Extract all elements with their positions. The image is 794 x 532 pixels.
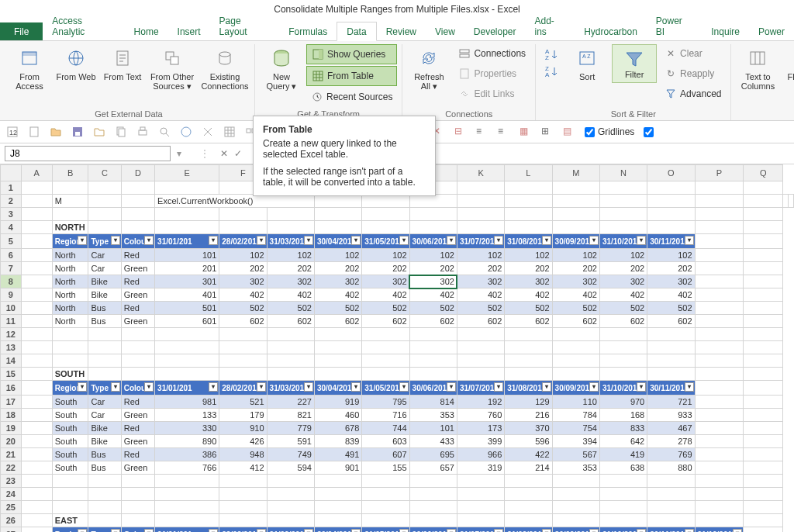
table-cell[interactable]: 919 — [314, 396, 361, 409]
flash-fill-button[interactable]: Flash Fill — [782, 44, 794, 85]
table-cell[interactable]: 502 — [457, 302, 504, 315]
table-cell[interactable]: 784 — [552, 409, 599, 422]
table-cell[interactable]: Car — [88, 396, 121, 409]
gridlines-checkbox[interactable]: Gridlines — [585, 126, 634, 137]
tab-access-analytic[interactable]: Access Analytic — [43, 12, 124, 40]
table-cell[interactable]: South — [52, 409, 88, 422]
table-cell[interactable]: South — [52, 396, 88, 409]
table-cell[interactable]: 602 — [457, 315, 504, 328]
table-cell[interactable]: 602 — [314, 315, 361, 328]
table-cell[interactable]: 202 — [457, 262, 504, 275]
table-cell[interactable]: 412 — [219, 461, 267, 475]
table-cell[interactable]: Red — [121, 422, 154, 435]
table-cell[interactable]: 173 — [457, 422, 504, 435]
align-center-icon[interactable]: ≡ — [498, 126, 510, 138]
cancel-icon[interactable]: ✕ — [220, 148, 228, 159]
table-cell[interactable]: 129 — [505, 396, 552, 409]
table-cell[interactable]: 678 — [314, 422, 361, 435]
table-column-header[interactable]: 31/01/201▾ — [155, 381, 219, 396]
table-cell[interactable]: North — [52, 315, 88, 328]
column-header[interactable]: M — [552, 165, 599, 181]
table-cell[interactable]: 101 — [409, 422, 457, 435]
save-icon[interactable] — [71, 126, 84, 138]
table-column-header[interactable]: 31/10/201▾ — [599, 381, 647, 396]
table-cell[interactable]: 102 — [647, 249, 695, 262]
table-cell[interactable]: 419 — [599, 448, 647, 461]
table-cell[interactable]: Bike — [88, 275, 121, 288]
table-column-header[interactable]: 31/01/201▾ — [155, 527, 219, 533]
tab-data[interactable]: Data — [337, 22, 376, 41]
print-icon[interactable] — [136, 126, 149, 138]
table-column-header[interactable]: 28/02/201▾ — [219, 527, 267, 533]
table-cell[interactable]: South — [52, 461, 88, 475]
properties-button[interactable]: Properties — [454, 64, 530, 83]
globe-icon[interactable] — [180, 126, 192, 138]
table-cell[interactable]: 970 — [599, 396, 647, 409]
refresh-all-button[interactable]: Refresh All ▾ — [407, 44, 451, 94]
tab-file[interactable]: File — [0, 22, 43, 40]
table-cell[interactable]: 402 — [552, 288, 599, 302]
table-cell[interactable]: Bus — [88, 315, 121, 328]
table-cell[interactable]: North — [52, 288, 88, 302]
form-icon[interactable]: ▤ — [563, 126, 575, 138]
table-cell[interactable]: 102 — [599, 249, 647, 262]
table-column-header[interactable]: 30/09/201▾ — [552, 234, 599, 249]
from-access-button[interactable]: From Access — [8, 44, 51, 94]
table-cell[interactable]: 502 — [219, 302, 267, 315]
table-cell[interactable]: 502 — [362, 302, 409, 315]
tab-home[interactable]: Home — [125, 22, 168, 40]
table-cell[interactable]: 101 — [155, 249, 219, 262]
table-cell[interactable]: 102 — [314, 249, 361, 262]
table-cell[interactable]: 102 — [457, 249, 504, 262]
table-cell[interactable]: 501 — [155, 302, 219, 315]
table-cell[interactable]: 216 — [505, 409, 552, 422]
table-cell[interactable]: Green — [121, 409, 154, 422]
connections-button[interactable]: Connections — [454, 44, 530, 63]
table-cell[interactable]: 769 — [647, 448, 695, 461]
table-column-header[interactable]: 31/05/201▾ — [362, 234, 409, 249]
table-cell[interactable]: South — [52, 435, 88, 448]
table-cell[interactable]: Car — [88, 409, 121, 422]
table-cell[interactable]: 602 — [267, 315, 314, 328]
table-cell[interactable]: 201 — [155, 262, 219, 275]
table-cell[interactable]: 202 — [409, 262, 457, 275]
table-cell[interactable]: North — [52, 262, 88, 275]
table-column-header[interactable]: 30/09/201▾ — [552, 527, 599, 533]
table-cell[interactable]: Car — [88, 262, 121, 275]
table-cell[interactable]: 602 — [647, 315, 695, 328]
table-cell[interactable]: Bus — [88, 448, 121, 461]
advanced-filter-button[interactable]: Advanced — [660, 85, 726, 103]
table-cell[interactable]: North — [52, 275, 88, 288]
table-cell[interactable]: 966 — [457, 448, 504, 461]
tab-inquire[interactable]: Inquire — [702, 22, 749, 40]
table-cell[interactable]: 168 — [599, 409, 647, 422]
open-folder-icon[interactable] — [50, 126, 62, 138]
sort-za-icon[interactable]: ZA — [544, 64, 559, 80]
from-web-button[interactable]: From Web — [54, 44, 98, 85]
table-cell[interactable]: 302 — [552, 275, 599, 288]
table-cell[interactable]: 744 — [362, 422, 409, 435]
table-cell[interactable]: 502 — [505, 302, 552, 315]
column-header[interactable]: P — [695, 165, 744, 181]
table-cell[interactable]: 402 — [599, 288, 647, 302]
text-to-columns-button[interactable]: Text to Columns — [736, 44, 779, 94]
table-cell[interactable]: North — [52, 249, 88, 262]
table-column-header[interactable]: 31/12/2015▾ — [695, 527, 744, 533]
table-cell[interactable]: Green — [121, 461, 154, 475]
table-cell[interactable]: 302 — [457, 275, 504, 288]
zoom-icon[interactable] — [158, 126, 171, 138]
table-cell[interactable]: Red — [121, 275, 154, 288]
sort-az-icon[interactable]: AZ — [544, 47, 559, 63]
table-cell[interactable]: 278 — [647, 435, 695, 448]
table-column-header[interactable]: Type▾ — [88, 527, 121, 533]
edit-links-button[interactable]: Edit Links — [454, 85, 530, 103]
table-cell[interactable]: 402 — [362, 288, 409, 302]
table-cell[interactable]: Green — [121, 315, 154, 328]
table-cell[interactable]: 591 — [267, 435, 314, 448]
column-header[interactable]: K — [457, 165, 504, 181]
new-file-icon[interactable] — [28, 126, 40, 138]
column-header[interactable]: E — [155, 165, 219, 181]
table-column-header[interactable]: 31/05/201▾ — [362, 527, 409, 533]
table-cell[interactable]: 155 — [362, 461, 409, 475]
table-cell[interactable]: 302 — [505, 275, 552, 288]
